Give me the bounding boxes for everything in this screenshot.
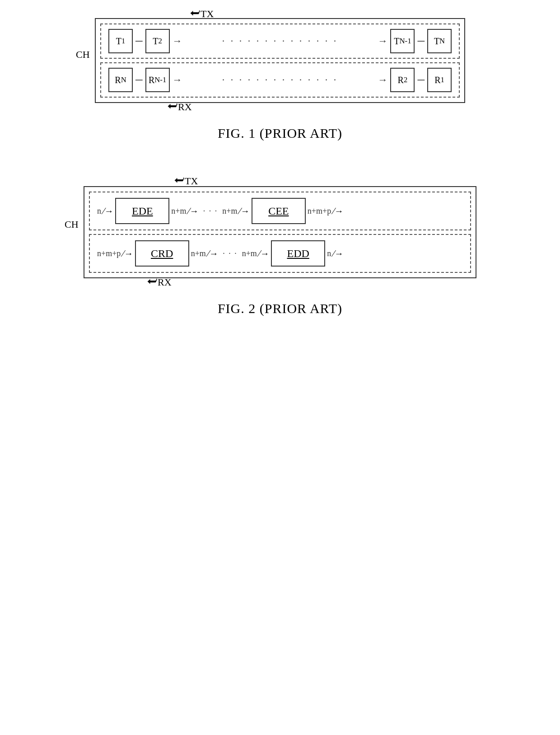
fig1-arrow-1: ─ xyxy=(135,35,143,47)
figure-2-section: CH ⮨TX n ∕→ EDE xyxy=(27,186,533,316)
fig2-npm-label-1: n+m xyxy=(171,206,186,216)
fig1-arrow-3: → xyxy=(378,35,387,47)
fig1-tx-dots: · · · · · · · · · · · · · · xyxy=(185,35,375,47)
fig1-rx-dots: · · · · · · · · · · · · · · xyxy=(185,74,375,86)
fig1-tx-label: ⮨TX xyxy=(191,8,214,20)
fig2-ch-label: CH xyxy=(65,219,79,230)
fig1-arrow-6: → xyxy=(173,74,182,86)
fig2-rx-npmP-label: n+m+p xyxy=(97,249,121,258)
fig2-rx-inner-box: n+m+p ∕→ CRD n+m ∕→ · · · xyxy=(89,234,471,273)
fig2-tx-label: ⮨TX xyxy=(175,175,198,187)
fig2-rx-npmP-arrow: ∕→ xyxy=(122,248,133,259)
fig2-rx-npm-arrow-1: ∕→ xyxy=(208,248,218,259)
fig2-tx-row: ⮨TX n ∕→ EDE n+m xyxy=(84,187,476,230)
fig2-tx-inner-box: n ∕→ EDE n+m ∕→ · · · xyxy=(89,192,471,230)
fig2-rx-n-label: n xyxy=(327,249,331,258)
fig1-tx-row: ⮨TX T1 ─ T2 → · · · · · · · · · · · · · … xyxy=(96,19,464,59)
fig2-npm-label-2: n+m xyxy=(222,206,237,216)
fig1-arrow-5: ─ xyxy=(135,74,143,86)
fig2-edd-block: EDD xyxy=(271,240,325,267)
fig1-arrow-7: → xyxy=(378,74,387,86)
fig2-npm-arrow-1: ∕→ xyxy=(188,206,199,216)
fig2-cee-block: CEE xyxy=(252,198,306,224)
figure-1-section: CH ⮨TX T1 ─ T2 → · · · · · · · · · · · ·… xyxy=(27,18,533,141)
fig1-cell-rn: RN xyxy=(108,68,133,92)
fig1-cell-rn1: RN-1 xyxy=(145,68,170,92)
fig1-rx-row: RN ─ RN-1 → · · · · · · · · · · · · · · … xyxy=(96,62,464,102)
fig1-caption: FIG. 1 (PRIOR ART) xyxy=(218,126,342,141)
fig1-ch-border: ⮨TX T1 ─ T2 → · · · · · · · · · · · · · … xyxy=(95,18,465,103)
fig1-tx-inner-box: T1 ─ T2 → · · · · · · · · · · · · · · → … xyxy=(100,23,460,59)
fig1-rx-inner-box: RN ─ RN-1 → · · · · · · · · · · · · · · … xyxy=(100,62,460,98)
fig2-rx-npm-label-1: n+m xyxy=(191,249,206,258)
fig2-npmP-arrow: ∕→ xyxy=(333,206,343,216)
fig2-rx-label: ⮨RX xyxy=(148,276,172,288)
fig1-rx-label: ⮨RX xyxy=(168,101,192,113)
fig2-rx-row: n+m+p ∕→ CRD n+m ∕→ · · · xyxy=(84,234,476,277)
fig1-arrow-2: → xyxy=(173,35,182,47)
fig1-cell-t2: T2 xyxy=(145,29,170,53)
fig1-cell-tn: TN xyxy=(427,29,452,53)
fig2-npm-arrow-2: ∕→ xyxy=(239,206,250,216)
fig2-npmP-label: n+m+p xyxy=(308,206,331,216)
fig2-ch-border: ⮨TX n ∕→ EDE n+m xyxy=(84,186,476,278)
fig1-ch-label: CH xyxy=(76,49,90,61)
fig1-cell-r1: R1 xyxy=(427,68,452,92)
fig1-cell-r2: R2 xyxy=(390,68,415,92)
fig2-ede-block: EDE xyxy=(115,198,169,224)
fig2-caption: FIG. 2 (PRIOR ART) xyxy=(218,301,342,316)
fig2-rx-dots: · · · xyxy=(220,249,240,258)
fig2-ch-outer-wrap: CH ⮨TX n ∕→ EDE xyxy=(84,186,476,278)
fig2-rx-npm-label-2: n+m xyxy=(242,249,257,258)
fig2-rx-npm-arrow-2: ∕→ xyxy=(259,248,269,259)
fig1-cell-tn1: TN-1 xyxy=(390,29,415,53)
fig2-rx-n-arrow: ∕→ xyxy=(333,248,343,259)
fig2-crd-block: CRD xyxy=(135,240,189,267)
fig1-arrow-8: ─ xyxy=(417,74,425,86)
fig2-tx-dots: · · · xyxy=(201,206,221,216)
fig2-tx-n-label: n xyxy=(97,206,101,216)
fig1-cell-t1: T1 xyxy=(108,29,133,53)
fig2-tx-n-arrow: ∕→ xyxy=(103,206,113,216)
fig1-ch-outer-wrap: CH ⮨TX T1 ─ T2 → · · · · · · · · · · · ·… xyxy=(95,18,465,103)
fig1-arrow-4: ─ xyxy=(417,35,425,47)
